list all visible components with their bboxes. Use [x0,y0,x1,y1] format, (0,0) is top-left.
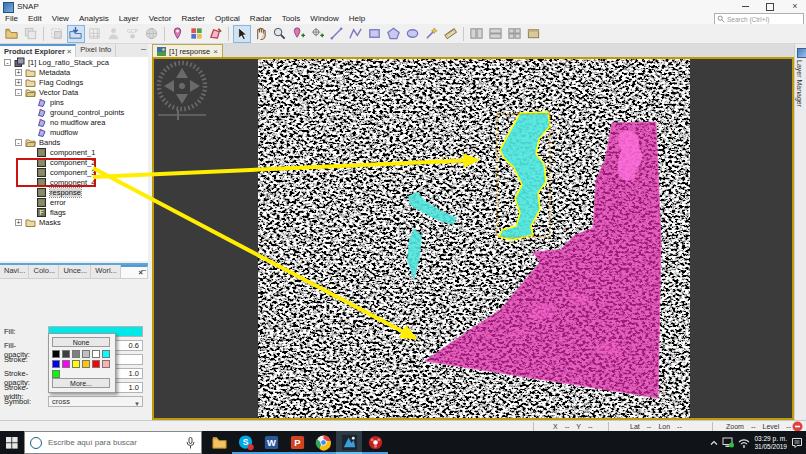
tree-item-pins[interactable]: pins [0,97,148,107]
gcp-insert-icon[interactable] [309,25,327,43]
color-swatch-404040[interactable] [62,350,70,358]
tree-item-flag-codings[interactable]: +Flag Codings [0,77,148,87]
menu-vector[interactable]: Vector [144,14,177,23]
tree-item-flags[interactable]: Fflags [0,207,148,217]
start-button[interactable] [0,431,24,454]
style-tab-worl[interactable]: Worl... [91,265,121,278]
tray-expand-icon[interactable] [710,439,718,447]
chrome-icon[interactable] [310,431,336,454]
zoom-tool-icon[interactable] [271,25,289,43]
gcp-manager-icon[interactable] [188,25,206,43]
tree-item-component-1[interactable]: component_1 [0,147,148,157]
snap-icon[interactable] [336,431,362,454]
panel-minimize-icon[interactable]: – [141,265,146,275]
select-tool-icon[interactable] [233,25,251,43]
pin-insert-icon[interactable] [290,25,308,43]
pin-manager-icon[interactable] [169,25,187,43]
menu-help[interactable]: Help [344,14,370,23]
color-swatch-ffff00[interactable] [72,360,80,368]
expand-icon[interactable]: + [15,79,22,86]
tree-item-masks[interactable]: +Masks [0,217,148,227]
network-status-icon[interactable] [722,437,734,448]
tile-horizontally-icon[interactable] [468,25,486,43]
color-swatch-808080[interactable] [72,350,80,358]
ellipse-tool-icon[interactable] [404,25,422,43]
tree-item-error[interactable]: error [0,197,148,207]
powerpoint-icon[interactable]: P [284,431,310,454]
tree-item-mudflow[interactable]: mudflow [0,127,148,137]
menu-raster[interactable]: Raster [176,14,210,23]
tree-item-ground-control-points[interactable]: ground_control_points [0,107,148,117]
taskbar-search-input[interactable]: Escribe aquí para buscar [24,431,202,454]
action-center-icon[interactable] [791,437,803,449]
menu-file[interactable]: File [0,14,23,23]
tree-item-vector-data[interactable]: -Vector Data [0,87,148,97]
color-swatch-ffafaf[interactable] [102,360,110,368]
polygon-tool-icon[interactable] [385,25,403,43]
tree-item-component-4[interactable]: component_4 [0,177,148,187]
pan-tool-icon[interactable] [252,25,270,43]
tree-item-component-2[interactable]: component_2 [0,157,148,167]
menu-window[interactable]: Window [305,14,343,23]
tree-item-metadata[interactable]: +Metadata [0,67,148,77]
tab-product-explorer[interactable]: Product Explorer × [0,44,76,57]
menu-edit[interactable]: Edit [23,14,47,23]
layer-manager-strip[interactable]: Layer Manager [794,44,806,420]
tree-item-response[interactable]: response [0,187,148,197]
skype-icon[interactable]: S [232,431,258,454]
wand-tool-icon[interactable] [423,25,441,43]
tree-item--1-log-ratio-stack-pca[interactable]: -[1] Log_ratio_Stack_pca [0,57,148,67]
tab-close-icon[interactable]: × [67,47,71,56]
word-icon[interactable]: W [258,431,284,454]
menu-analysis[interactable]: Analysis [74,14,114,23]
tab-pixel-info[interactable]: Pixel Info [76,44,116,57]
color-none-button[interactable]: None [52,337,110,347]
color-swatch-0000ff[interactable] [52,360,60,368]
menu-tools[interactable]: Tools [277,14,306,23]
close-button[interactable]: × [784,0,806,13]
reopen-product-icon[interactable] [67,25,85,43]
wifi-icon[interactable] [738,438,750,448]
style-tab-colo[interactable]: Colo... [29,265,59,278]
polyline-tool-icon[interactable] [347,25,365,43]
menu-radar[interactable]: Radar [245,14,277,23]
color-swatch-000000[interactable] [52,350,60,358]
collapse-icon[interactable]: - [4,59,11,66]
color-more-button[interactable]: More... [52,378,110,388]
tile-single-icon[interactable] [525,25,543,43]
minimize-button[interactable] [734,0,756,13]
color-swatch-ffffff[interactable] [92,350,100,358]
menu-layer[interactable]: Layer [114,14,144,23]
symbol-dropdown[interactable]: cross ▼ [48,396,143,407]
clock[interactable]: 03:29 p. m. 31/05/2019 [754,435,787,451]
menu-optical[interactable]: Optical [210,14,245,23]
tree-item-no-mudflow-area[interactable]: no mudflow area [0,117,148,127]
tree-item-component-3[interactable]: component_3 [0,167,148,177]
open-product-icon[interactable] [3,25,21,43]
tree-item-bands[interactable]: -Bands [0,137,148,147]
vector-editor-icon[interactable] [207,25,225,43]
menu-view[interactable]: View [47,14,74,23]
line-tool-icon[interactable] [328,25,346,43]
style-tab-navi[interactable]: Navi... [0,265,29,278]
expand-icon[interactable]: + [15,219,22,226]
file-explorer-icon[interactable] [206,431,232,454]
collapse-icon[interactable]: - [15,139,22,146]
color-swatch-ffc800[interactable] [82,360,90,368]
panel-minimize-icon[interactable]: – [141,44,146,54]
collapse-icon[interactable]: - [15,89,22,96]
image-canvas[interactable] [152,57,794,420]
ruler-tool-icon[interactable] [442,25,460,43]
color-swatch-ff0000[interactable] [92,360,100,368]
tab-response-view[interactable]: [1] response × [152,44,223,57]
rectangle-tool-icon[interactable] [366,25,384,43]
maximize-button[interactable] [759,0,781,13]
color-swatch-00ff00[interactable] [52,370,60,378]
microphone-icon[interactable] [186,437,195,449]
color-swatch-ff00ff[interactable] [62,360,70,368]
style-tab-unce[interactable]: Unce... [59,265,91,278]
tile-grid-icon[interactable] [506,25,524,43]
expand-icon[interactable]: + [15,69,22,76]
color-swatch-c0c0c0[interactable] [82,350,90,358]
redapp-icon[interactable] [362,431,388,454]
